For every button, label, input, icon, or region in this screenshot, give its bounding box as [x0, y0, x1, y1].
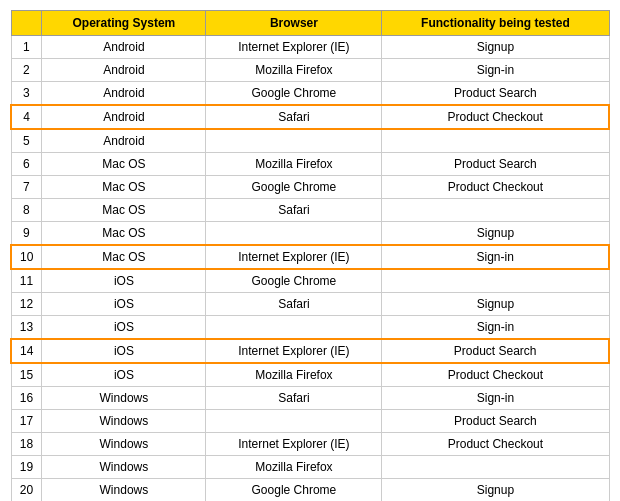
cell-functionality: Sign-in: [382, 387, 609, 410]
cell-functionality: Product Search: [382, 339, 609, 363]
cell-row-number: 13: [11, 316, 42, 340]
cell-browser: Safari: [206, 293, 382, 316]
cell-functionality: Sign-in: [382, 59, 609, 82]
cell-os: Windows: [42, 387, 206, 410]
cell-os: Mac OS: [42, 176, 206, 199]
cell-os: Mac OS: [42, 245, 206, 269]
header-row-number: [11, 11, 42, 36]
table-row: 15iOSMozilla FirefoxProduct Checkout: [11, 363, 609, 387]
cell-functionality: Signup: [382, 222, 609, 246]
table-row: 1AndroidInternet Explorer (IE)Signup: [11, 36, 609, 59]
test-matrix-table: Operating System Browser Functionality b…: [10, 10, 610, 501]
cell-functionality: Sign-in: [382, 245, 609, 269]
table-row: 10Mac OSInternet Explorer (IE)Sign-in: [11, 245, 609, 269]
cell-os: iOS: [42, 339, 206, 363]
cell-browser: Internet Explorer (IE): [206, 245, 382, 269]
cell-row-number: 8: [11, 199, 42, 222]
cell-functionality: Sign-in: [382, 316, 609, 340]
cell-os: iOS: [42, 363, 206, 387]
cell-browser: Safari: [206, 387, 382, 410]
cell-functionality: Signup: [382, 479, 609, 502]
cell-browser: [206, 222, 382, 246]
cell-row-number: 18: [11, 433, 42, 456]
cell-row-number: 2: [11, 59, 42, 82]
cell-row-number: 15: [11, 363, 42, 387]
table-row: 3AndroidGoogle ChromeProduct Search: [11, 82, 609, 106]
cell-functionality: Product Checkout: [382, 363, 609, 387]
cell-browser: [206, 129, 382, 153]
cell-functionality: [382, 269, 609, 293]
cell-row-number: 17: [11, 410, 42, 433]
cell-browser: Mozilla Firefox: [206, 153, 382, 176]
cell-os: iOS: [42, 293, 206, 316]
cell-row-number: 12: [11, 293, 42, 316]
cell-browser: Internet Explorer (IE): [206, 339, 382, 363]
cell-row-number: 6: [11, 153, 42, 176]
cell-functionality: Product Checkout: [382, 433, 609, 456]
cell-row-number: 20: [11, 479, 42, 502]
cell-row-number: 9: [11, 222, 42, 246]
cell-browser: [206, 316, 382, 340]
table-row: 16WindowsSafariSign-in: [11, 387, 609, 410]
cell-browser: Mozilla Firefox: [206, 59, 382, 82]
cell-row-number: 10: [11, 245, 42, 269]
cell-functionality: Signup: [382, 293, 609, 316]
cell-row-number: 16: [11, 387, 42, 410]
table-row: 4AndroidSafariProduct Checkout: [11, 105, 609, 129]
table-row: 7Mac OSGoogle ChromeProduct Checkout: [11, 176, 609, 199]
table-row: 6Mac OSMozilla FirefoxProduct Search: [11, 153, 609, 176]
cell-browser: Google Chrome: [206, 82, 382, 106]
cell-row-number: 7: [11, 176, 42, 199]
cell-row-number: 4: [11, 105, 42, 129]
cell-browser: Google Chrome: [206, 176, 382, 199]
cell-browser: Safari: [206, 199, 382, 222]
cell-browser: Mozilla Firefox: [206, 363, 382, 387]
table-row: 17WindowsProduct Search: [11, 410, 609, 433]
cell-os: Mac OS: [42, 153, 206, 176]
cell-os: Windows: [42, 456, 206, 479]
cell-row-number: 5: [11, 129, 42, 153]
table-row: 19WindowsMozilla Firefox: [11, 456, 609, 479]
cell-functionality: Product Search: [382, 153, 609, 176]
table-row: 5Android: [11, 129, 609, 153]
cell-browser: Google Chrome: [206, 479, 382, 502]
table-row: 18WindowsInternet Explorer (IE)Product C…: [11, 433, 609, 456]
table-row: 12iOSSafariSignup: [11, 293, 609, 316]
header-os: Operating System: [42, 11, 206, 36]
cell-os: iOS: [42, 269, 206, 293]
cell-browser: Internet Explorer (IE): [206, 36, 382, 59]
cell-row-number: 14: [11, 339, 42, 363]
cell-os: Windows: [42, 479, 206, 502]
cell-os: Windows: [42, 410, 206, 433]
cell-os: Mac OS: [42, 222, 206, 246]
cell-os: iOS: [42, 316, 206, 340]
cell-functionality: [382, 129, 609, 153]
cell-browser: Safari: [206, 105, 382, 129]
cell-browser: Internet Explorer (IE): [206, 433, 382, 456]
cell-functionality: Product Search: [382, 82, 609, 106]
cell-row-number: 11: [11, 269, 42, 293]
cell-functionality: Signup: [382, 36, 609, 59]
cell-os: Android: [42, 129, 206, 153]
table-row: 11iOSGoogle Chrome: [11, 269, 609, 293]
cell-functionality: Product Search: [382, 410, 609, 433]
cell-os: Android: [42, 36, 206, 59]
cell-functionality: Product Checkout: [382, 105, 609, 129]
header-functionality: Functionality being tested: [382, 11, 609, 36]
cell-row-number: 1: [11, 36, 42, 59]
table-row: 8Mac OSSafari: [11, 199, 609, 222]
cell-row-number: 3: [11, 82, 42, 106]
cell-os: Android: [42, 105, 206, 129]
cell-functionality: Product Checkout: [382, 176, 609, 199]
header-browser: Browser: [206, 11, 382, 36]
cell-browser: Google Chrome: [206, 269, 382, 293]
cell-functionality: [382, 199, 609, 222]
cell-browser: [206, 410, 382, 433]
table-row: 2AndroidMozilla FirefoxSign-in: [11, 59, 609, 82]
cell-os: Android: [42, 82, 206, 106]
cell-browser: Mozilla Firefox: [206, 456, 382, 479]
table-row: 9Mac OSSignup: [11, 222, 609, 246]
table-row: 14iOSInternet Explorer (IE)Product Searc…: [11, 339, 609, 363]
cell-os: Mac OS: [42, 199, 206, 222]
cell-os: Android: [42, 59, 206, 82]
